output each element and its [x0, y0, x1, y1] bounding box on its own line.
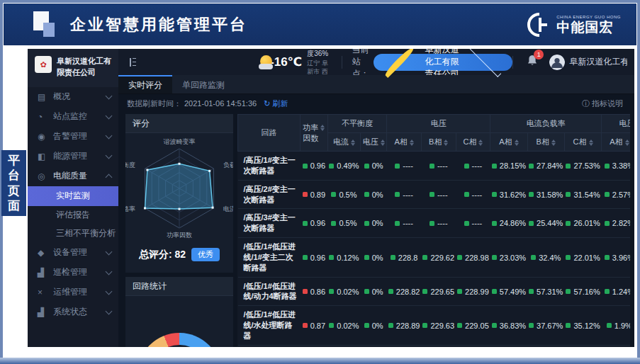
status-dot — [422, 323, 427, 328]
sidebar-item-站点监控[interactable]: ◔站点监控 — [28, 107, 118, 127]
table-row[interactable]: /高压/1#变主一次断路器0.960.49%0%------------28.1… — [238, 152, 631, 181]
status-dot — [566, 221, 571, 226]
weather-icon — [259, 55, 265, 69]
sort-icon[interactable] — [589, 140, 593, 146]
circuit-table-wrap: 回路功率因数不平衡度电压电流负载率电压偏差电流电压A相B相C相A相B相C相A相 … — [237, 114, 630, 347]
slide-bottom-bar — [0, 358, 640, 364]
table-row[interactable]: /低压/1#低压进线/动力4断路器0.860.02%0%228.82229.65… — [238, 277, 631, 306]
sidebar-collapse-icon[interactable] — [130, 58, 136, 67]
notification-bell[interactable]: 1 — [527, 55, 538, 69]
svg-text:负载率: 负载率 — [223, 161, 233, 169]
status-dot — [303, 164, 308, 169]
indicator-info-link[interactable]: ⓘ 指标说明 — [582, 98, 623, 109]
sidebar-item-能源管理[interactable]: ◧能源管理 — [28, 147, 118, 166]
table-row[interactable]: /低压/1#低压进线/水处理断路器0.870.02%0%228.89229.63… — [238, 306, 631, 346]
loop-stats-panel: 回路统计 — [125, 277, 233, 347]
avatar[interactable] — [549, 55, 565, 70]
table-row[interactable]: /低压/1#低压进线/1#变主二次断路器0.960.12%0%228.8229.… — [238, 238, 631, 278]
status-dot — [566, 323, 571, 328]
chevron-down-icon — [106, 288, 113, 295]
sidebar-item-电能质量[interactable]: ◎电能质量 — [28, 166, 118, 186]
sidebar-subitem-实时监测[interactable]: 实时监测 — [28, 186, 118, 206]
sort-icon[interactable] — [625, 140, 629, 146]
col-电流负载率-B相: B相 — [527, 133, 564, 152]
brand-subtitle: CHINA ENERGY GUO HONG — [556, 15, 621, 19]
sidebar-item-巡检管理[interactable]: ▟巡检管理 — [28, 263, 118, 283]
sort-icon[interactable] — [381, 140, 385, 146]
donut-chart — [137, 333, 221, 347]
sidebar-item-运维管理[interactable]: ×运维管理 — [28, 283, 118, 302]
status-dot — [605, 255, 610, 260]
brand-logo: CHINA ENERGY GUO HONG 中能国宏 — [527, 12, 621, 38]
status-dot — [529, 221, 534, 226]
svg-text:谐波畸变率: 谐波畸变率 — [164, 138, 196, 145]
circuit-name: /低压/1#低压进线/水处理断路器 — [238, 306, 301, 346]
status-dot — [331, 192, 336, 197]
status-dot — [566, 255, 571, 260]
info-icon: ⓘ — [582, 99, 590, 108]
sort-icon[interactable] — [478, 140, 483, 146]
sidebar-menu: ▤概况◔站点监控◉告警管理◧能源管理◎电能质量实时监测评估报告三相不平衡分析◆设… — [28, 87, 118, 347]
status-dot — [329, 323, 334, 328]
status-dot — [364, 192, 369, 197]
score-panel-title: 评分 — [125, 114, 233, 133]
sidebar-subitem-评估报告[interactable]: 评估报告 — [28, 206, 118, 224]
table-row[interactable]: /高压/2#变主一次断路器0.890.5%0%------------31.62… — [238, 180, 631, 209]
sort-icon[interactable] — [515, 140, 519, 146]
status-dot — [364, 164, 369, 169]
group-不平衡度: 不平衡度 — [327, 115, 386, 133]
sort-icon[interactable] — [320, 125, 325, 131]
platform-logo-icon — [33, 11, 57, 38]
sidebar-subitem-三相不平衡分析[interactable]: 三相不平衡分析 — [28, 224, 118, 243]
group-电压偏差: 电压偏差 — [602, 115, 630, 133]
sidebar-item-概况[interactable]: ▤概况 — [28, 87, 118, 107]
svg-text:合格率: 合格率 — [125, 205, 135, 212]
status-dot — [457, 289, 462, 294]
table-row[interactable]: /低压/1#低压进线/食堂断路器10.09%0%229.03229.81229.… — [238, 345, 631, 347]
user-name[interactable]: 阜新汉道化工有限责任公司 — [569, 56, 627, 68]
sidebar-item-系统状态[interactable]: ▟系统状态 — [28, 302, 118, 322]
station-selector[interactable]: 阜新汉道化工有限责任公司 — [374, 54, 512, 71]
tab-实时评分[interactable]: 实时评分 — [118, 75, 172, 93]
status-dot — [329, 289, 334, 294]
energy-icon: ◧ — [38, 152, 53, 161]
page-side-label: 平台页面 — [1, 150, 26, 216]
status-dot — [605, 192, 610, 197]
status-dot — [605, 289, 610, 294]
svg-text:功率因数: 功率因数 — [167, 232, 192, 239]
status-dot — [605, 221, 610, 226]
brand-name: 中能国宏 — [556, 21, 621, 34]
chevron-down-icon — [106, 268, 113, 275]
topbar: -16℃ 多云 湿度36% 辽宁 阜新市 西北风 7级 当前站点： 阜新汉道化工… — [118, 49, 634, 75]
circuit-name: /高压/3#变主一次断路器 — [238, 209, 301, 238]
status-dot — [430, 221, 434, 226]
monitor-icon: ◔ — [38, 112, 53, 122]
status-dot — [492, 164, 497, 169]
refresh-button[interactable]: ↻ 刷新 — [264, 98, 288, 109]
status-dot — [391, 255, 395, 260]
sidebar-item-告警管理[interactable]: ◉告警管理 — [28, 127, 118, 147]
col-loop: 回路 — [238, 115, 301, 152]
col-电压-B相: B相 — [421, 133, 456, 152]
circuit-name: /低压/1#低压进线/1#变主二次断路器 — [238, 238, 301, 278]
tab-单回路监测[interactable]: 单回路监测 — [172, 75, 235, 93]
status-dot — [464, 164, 469, 169]
status-dot — [430, 192, 434, 197]
status-dot — [430, 164, 434, 169]
status-dot — [492, 192, 497, 197]
chevron-down-icon — [106, 92, 113, 99]
sidebar-item-设备管理[interactable]: ◆设备管理 — [28, 243, 118, 263]
main-area: -16℃ 多云 湿度36% 辽宁 阜新市 西北风 7级 当前站点： 阜新汉道化工… — [118, 49, 634, 347]
status-dot — [303, 255, 308, 260]
table-row[interactable]: /高压/3#变主一次断路器0.960.5%0%------------24.86… — [238, 209, 631, 238]
sort-icon[interactable] — [410, 140, 414, 146]
circuit-name: /高压/1#变主一次断路器 — [238, 152, 301, 181]
circuit-name: /低压/1#低压进线/动力4断路器 — [238, 277, 301, 306]
sort-icon[interactable] — [444, 140, 448, 146]
svg-text:电流平衡: 电流平衡 — [223, 205, 233, 212]
sort-icon[interactable] — [351, 140, 355, 146]
status-dot — [605, 164, 610, 169]
platform-title: 企业智慧用能管理平台 — [70, 14, 247, 35]
sort-icon[interactable] — [551, 140, 556, 146]
dashboard: ✿ 阜新汉道化工有限责任公司 ▤概况◔站点监控◉告警管理◧能源管理◎电能质量实时… — [28, 49, 634, 347]
